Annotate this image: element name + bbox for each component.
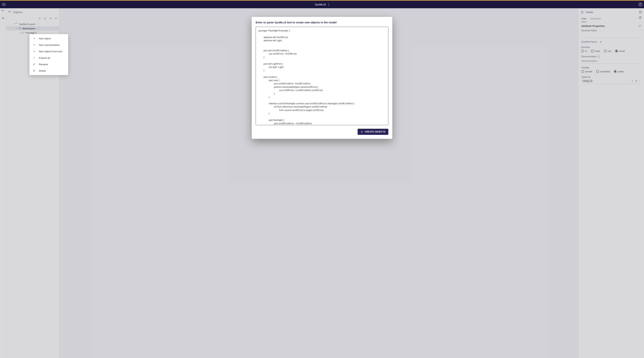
ctx-new-from-text[interactable]: New objects from text [30, 48, 68, 55]
expand-icon [33, 56, 36, 59]
title-bar: SysMLv2 ? [0, 1, 644, 8]
trash-icon [33, 69, 36, 72]
sysml-text-input[interactable] [256, 27, 388, 125]
ctx-expand-all[interactable]: Expand all [30, 55, 68, 61]
app-title: SysMLv2 [315, 3, 326, 6]
plus-icon [33, 50, 36, 53]
app-logo-icon [2, 2, 6, 6]
edit-icon [33, 63, 36, 66]
ctx-rename[interactable]: Rename [30, 61, 68, 67]
ctx-new-representation[interactable]: New representation [30, 42, 68, 48]
ctx-new-object[interactable]: New object [30, 35, 68, 42]
plus-icon [33, 37, 36, 40]
ctx-delete[interactable]: Delete [30, 67, 68, 74]
context-menu: New object New representation New object… [30, 34, 68, 75]
plus-icon [33, 43, 36, 46]
publish-icon [360, 131, 363, 133]
title-more-icon[interactable] [328, 3, 329, 6]
create-objects-button[interactable]: CREATE OBJECTS [358, 129, 388, 135]
modal-title: Enter or paste SysMLv2 text to create ne… [256, 21, 388, 24]
create-objects-modal: Enter or paste SysMLv2 text to create ne… [252, 17, 392, 139]
help-icon[interactable]: ? [638, 3, 642, 6]
